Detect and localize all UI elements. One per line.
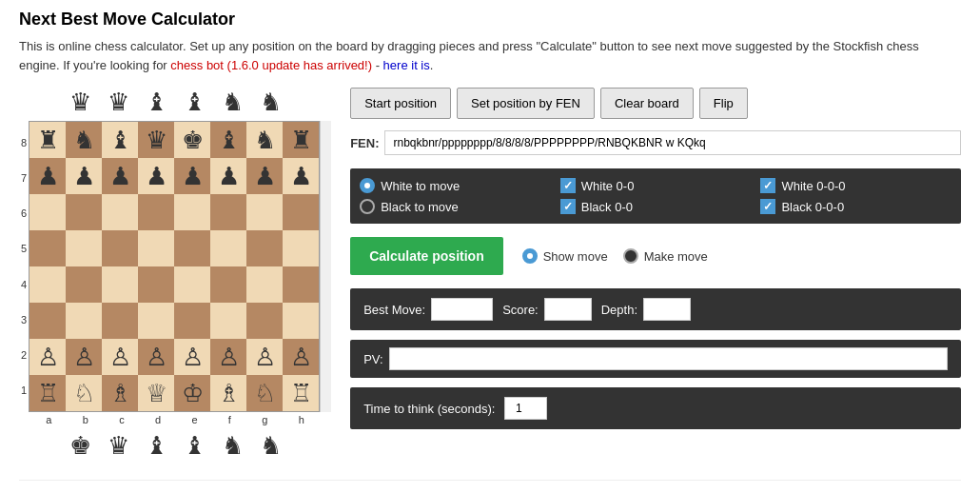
square-f6[interactable] [210,194,246,230]
square-g5[interactable] [246,230,283,266]
square-g3[interactable] [246,303,283,339]
square-g7[interactable]: ♟ [246,158,283,194]
start-position-button[interactable]: Start position [350,88,451,119]
square-e2[interactable]: ♙ [174,339,210,375]
white-ooo-option[interactable]: White 0-0-0 [760,178,951,193]
black-oo-option[interactable]: Black 0-0 [560,199,752,214]
square-b3[interactable] [66,303,102,339]
white-ooo-checkbox[interactable] [760,178,775,193]
square-f3[interactable] [210,303,246,339]
square-a5[interactable] [29,230,66,266]
fen-input[interactable] [384,130,961,155]
show-move-radio[interactable] [522,248,538,264]
square-c2[interactable]: ♙ [102,339,138,375]
square-d1[interactable]: ♕ [138,375,174,411]
square-e1[interactable]: ♔ [174,375,210,411]
think-input[interactable] [504,397,547,420]
square-e5[interactable] [174,230,210,266]
square-h8[interactable]: ♜ [283,122,319,158]
depth-input[interactable] [643,298,691,321]
make-move-label: Make move [644,249,708,264]
square-h4[interactable] [283,266,319,303]
square-g4[interactable] [246,266,283,303]
square-d2[interactable]: ♙ [138,339,174,375]
square-f8[interactable]: ♝ [210,122,246,158]
square-c3[interactable] [102,303,138,339]
square-d7[interactable]: ♟ [138,158,174,194]
square-d8[interactable]: ♛ [138,122,174,158]
white-oo-checkbox[interactable] [560,178,576,193]
square-b2[interactable]: ♙ [66,339,102,375]
black-ooo-option[interactable]: Black 0-0-0 [760,199,951,214]
square-f5[interactable] [210,230,246,266]
square-d3[interactable] [138,303,174,339]
square-b6[interactable] [66,194,102,230]
board-scrollbar[interactable] [320,121,331,412]
square-a8[interactable]: ♜ [29,122,66,158]
black-to-move-radio[interactable] [360,199,375,214]
square-c7[interactable]: ♟ [102,158,138,194]
make-move-option[interactable]: Make move [623,248,708,264]
square-a2[interactable]: ♙ [29,339,66,375]
set-position-fen-button[interactable]: Set position by FEN [457,88,595,119]
square-e4[interactable] [174,266,210,303]
square-h5[interactable] [283,230,319,266]
square-d5[interactable] [138,230,174,266]
white-oo-option[interactable]: White 0-0 [560,178,752,193]
toolbar-buttons: Start position Set position by FEN Clear… [350,88,961,119]
pv-input[interactable] [389,347,948,370]
think-row: Time to think (seconds): [350,387,961,429]
square-e3[interactable] [174,303,210,339]
square-g2[interactable]: ♙ [246,339,283,375]
square-h3[interactable] [283,303,319,339]
score-input[interactable] [544,298,592,321]
square-h1[interactable]: ♖ [283,375,319,411]
square-b7[interactable]: ♟ [66,158,102,194]
square-g1[interactable]: ♘ [246,375,283,411]
square-f1[interactable]: ♗ [210,375,246,411]
chess-bot-link[interactable]: chess bot (1.6.0 update has arrived!) [170,58,372,72]
square-a3[interactable] [29,303,66,339]
flip-button[interactable]: Flip [699,88,748,119]
square-d4[interactable] [138,266,174,303]
square-a6[interactable] [29,194,66,230]
square-f7[interactable]: ♟ [210,158,246,194]
chess-board[interactable]: ♜♞♝♛♚♝♞♜♟♟♟♟♟♟♟♟♙♙♙♙♙♙♙♙♖♘♗♕♔♗♘♖ [29,121,320,412]
square-b5[interactable] [66,230,102,266]
square-b8[interactable]: ♞ [66,122,102,158]
square-g8[interactable]: ♞ [246,122,283,158]
square-c5[interactable] [102,230,138,266]
square-e6[interactable] [174,194,210,230]
black-to-move-option[interactable]: Black to move [360,199,551,214]
show-move-option[interactable]: Show move [522,248,608,264]
here-it-is-link[interactable]: here it is [383,58,430,72]
square-c6[interactable] [102,194,138,230]
square-g6[interactable] [246,194,283,230]
square-f2[interactable]: ♙ [210,339,246,375]
square-h7[interactable]: ♟ [283,158,319,194]
square-c8[interactable]: ♝ [102,122,138,158]
square-h2[interactable]: ♙ [283,339,319,375]
square-a1[interactable]: ♖ [29,375,66,411]
square-h6[interactable] [283,194,319,230]
square-a7[interactable]: ♟ [29,158,66,194]
square-e7[interactable]: ♟ [174,158,210,194]
square-d6[interactable] [138,194,174,230]
think-label: Time to think (seconds): [363,402,495,416]
best-move-input[interactable] [431,298,493,321]
square-f4[interactable] [210,266,246,303]
calculate-button[interactable]: Calculate position [350,237,503,275]
square-b1[interactable]: ♘ [66,375,102,411]
make-move-radio[interactable] [623,248,638,264]
square-a4[interactable] [29,266,66,303]
square-e8[interactable]: ♚ [174,122,210,158]
black-oo-checkbox[interactable] [560,199,576,214]
depth-label: Depth: [601,303,637,317]
square-c4[interactable] [102,266,138,303]
white-to-move-option[interactable]: White to move [360,178,551,193]
black-ooo-checkbox[interactable] [760,199,775,214]
white-to-move-radio[interactable] [360,178,375,193]
square-b4[interactable] [66,266,102,303]
clear-board-button[interactable]: Clear board [600,88,694,119]
square-c1[interactable]: ♗ [102,375,138,411]
